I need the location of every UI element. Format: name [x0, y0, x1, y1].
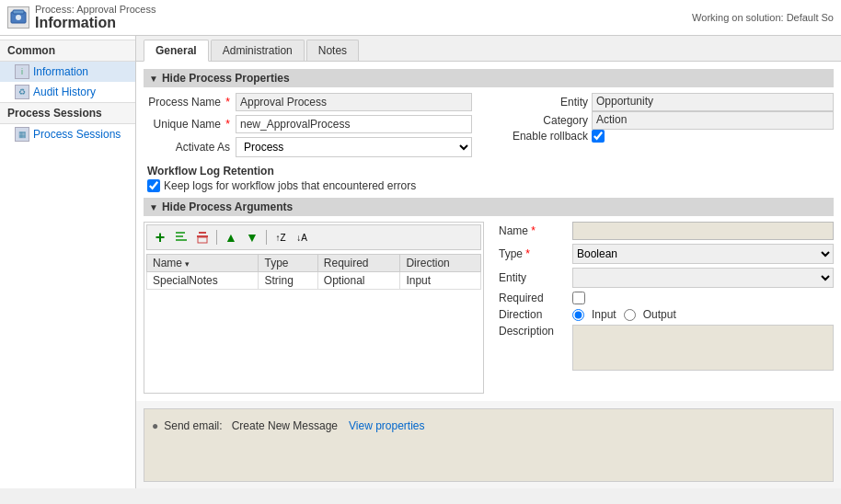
- process-properties-section-header[interactable]: ▼ Hide Process Properties: [144, 69, 834, 87]
- sidebar-item-process-sessions[interactable]: ▦ Process Sessions: [0, 124, 135, 144]
- row-type: String: [259, 272, 317, 290]
- row-name: SpecialNotes: [147, 272, 259, 290]
- sidebar-section-process-sessions: Process Sessions: [0, 102, 135, 124]
- keep-logs-label: Keep logs for workflow jobs that encount…: [164, 179, 416, 192]
- sidebar-item-information-label: Information: [33, 65, 88, 78]
- output-radio-label: Output: [643, 308, 676, 321]
- activate-as-select[interactable]: Process: [236, 137, 472, 157]
- arg-description-row: Description: [499, 325, 834, 371]
- step-bullet: ●: [152, 419, 158, 432]
- svg-rect-3: [176, 239, 187, 241]
- direction-output-radio[interactable]: [624, 309, 636, 321]
- top-bar-left: Process: Approval Process Information: [7, 4, 156, 31]
- args-layout: + ▲ ▼ ↑Z ↓A: [144, 222, 834, 394]
- args-table-container: + ▲ ▼ ↑Z ↓A: [144, 222, 484, 394]
- process-name-label: Process Name *: [144, 96, 236, 109]
- properties-left-col: Process Name * Unique Name * Activate: [144, 93, 472, 161]
- tab-administration[interactable]: Administration: [211, 40, 305, 61]
- step-item-send-email: ● Send email: Create New Message View pr…: [152, 417, 825, 435]
- delete-arg-button[interactable]: [193, 228, 212, 246]
- workflow-log-label: Workflow Log Retention: [144, 165, 834, 178]
- arg-type-select[interactable]: Boolean String Integer: [572, 244, 834, 264]
- process-properties-label: Hide Process Properties: [162, 72, 290, 85]
- tab-notes[interactable]: Notes: [306, 40, 359, 61]
- arg-required-checkbox[interactable]: [572, 292, 585, 304]
- sort-asc-button[interactable]: ↑Z: [271, 228, 290, 246]
- process-icon: [7, 6, 29, 29]
- steps-area: ● Send email: Create New Message View pr…: [144, 408, 834, 482]
- arg-type-row: Type * Boolean String Integer: [499, 244, 834, 264]
- unique-name-label: Unique Name *: [144, 118, 236, 131]
- top-title-group: Process: Approval Process Information: [35, 4, 156, 31]
- process-name-input[interactable]: [236, 93, 472, 111]
- info-icon: i: [15, 64, 29, 79]
- arg-name-row: Name *: [499, 222, 834, 240]
- properties-form: Process Name * Unique Name * Activate: [144, 93, 834, 161]
- args-table: Name ▾ Type Required Direction SpecialNo…: [146, 254, 481, 290]
- main-layout: Common i Information ♻ Audit History Pro…: [0, 36, 841, 488]
- collapse-icon: ▼: [149, 74, 158, 84]
- sidebar-item-information[interactable]: i Information: [0, 62, 135, 82]
- move-down-button[interactable]: ▼: [243, 228, 261, 246]
- entity-row: Entity Opportunity: [505, 93, 834, 111]
- entity-label: Entity: [505, 96, 588, 109]
- keep-logs-checkbox[interactable]: [147, 179, 160, 192]
- sidebar-item-audit-label: Audit History: [33, 86, 96, 98]
- args-right-panel: Name * Type * Boolean String: [491, 222, 834, 394]
- arg-direction-label: Direction: [499, 308, 572, 321]
- toolbar-sep-1: [216, 230, 217, 245]
- name-sort-arrow: ▾: [185, 259, 190, 269]
- row-required: Optional: [317, 272, 400, 290]
- svg-point-2: [16, 15, 21, 20]
- keep-logs-row: Keep logs for workflow jobs that encount…: [144, 179, 834, 192]
- category-row: Category Action: [505, 111, 834, 130]
- working-on-label: Working on solution: Default So: [692, 12, 834, 23]
- sidebar-section-common: Common: [0, 40, 135, 62]
- arg-name-label: Name *: [499, 224, 572, 237]
- process-label: Process: Approval Process: [35, 4, 156, 15]
- tab-general[interactable]: General: [144, 40, 209, 62]
- table-row[interactable]: SpecialNotes String Optional Input: [147, 272, 481, 290]
- entity-value: Opportunity: [592, 93, 834, 111]
- category-value: Action: [592, 111, 834, 130]
- view-properties-link[interactable]: View properties: [349, 419, 425, 432]
- add-arg-button[interactable]: +: [151, 228, 169, 246]
- arg-type-label: Type *: [499, 247, 572, 260]
- activate-as-select-wrapper: Process: [236, 137, 472, 157]
- toolbar-sep-2: [266, 230, 267, 245]
- svg-rect-8: [198, 237, 207, 243]
- session-icon: ▦: [15, 127, 29, 142]
- enable-rollback-checkbox[interactable]: [592, 130, 605, 143]
- arg-description-label: Description: [499, 325, 572, 338]
- edit-arg-button[interactable]: [172, 228, 190, 246]
- sidebar-item-audit-history[interactable]: ♻ Audit History: [0, 82, 135, 102]
- activate-as-row: Activate As Process: [144, 137, 472, 157]
- direction-input-radio[interactable]: [572, 309, 584, 321]
- step-create-message: Create New Message: [232, 419, 338, 432]
- arg-direction-row: Direction Input Output: [499, 308, 834, 321]
- col-name-header: Name ▾: [147, 255, 259, 272]
- arg-entity-label: Entity: [499, 271, 572, 284]
- top-bar: Process: Approval Process Information Wo…: [0, 0, 841, 36]
- process-arguments-section-header[interactable]: ▼ Hide Process Arguments: [144, 198, 834, 216]
- arg-name-input[interactable]: [572, 222, 834, 240]
- unique-name-row: Unique Name *: [144, 115, 472, 133]
- page-title: Information: [35, 15, 156, 31]
- svg-rect-1: [13, 10, 24, 14]
- category-label: Category: [505, 114, 588, 127]
- sidebar: Common i Information ♻ Audit History Pro…: [0, 36, 136, 488]
- arg-description-textarea[interactable]: [572, 325, 834, 371]
- args-toolbar: + ▲ ▼ ↑Z ↓A: [146, 224, 481, 250]
- args-collapse-icon: ▼: [149, 202, 158, 212]
- arg-entity-row: Entity: [499, 268, 834, 288]
- move-up-button[interactable]: ▲: [222, 228, 240, 246]
- unique-name-input[interactable]: [236, 115, 472, 133]
- svg-rect-4: [176, 235, 183, 237]
- step-send-email-label: Send email:: [164, 419, 222, 432]
- audit-icon: ♻: [15, 85, 29, 99]
- arg-entity-select[interactable]: [572, 268, 834, 288]
- direction-radio-group: Input Output: [572, 308, 676, 321]
- table-empty-space: [146, 290, 481, 391]
- sort-desc-button[interactable]: ↓A: [293, 228, 311, 246]
- col-type-header: Type: [259, 255, 317, 272]
